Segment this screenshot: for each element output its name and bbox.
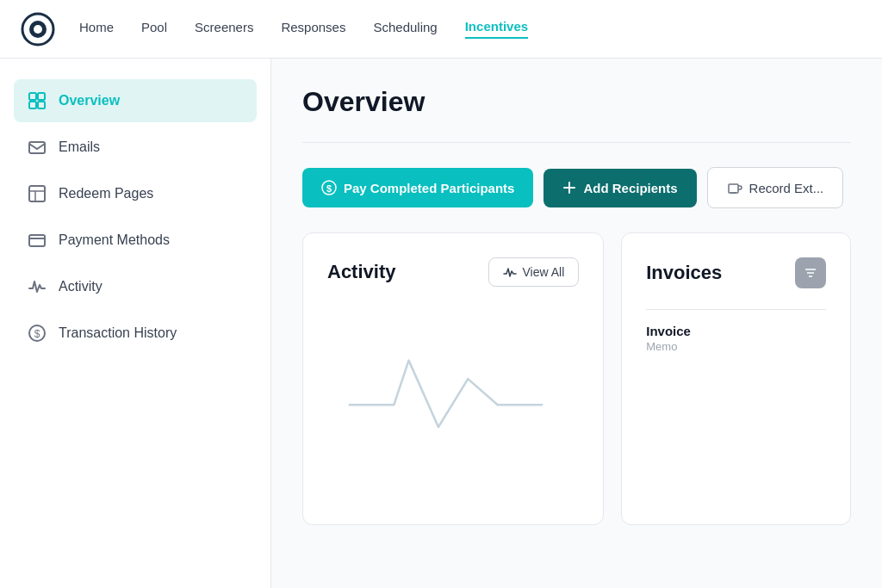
sidebar-item-payment-methods[interactable]: Payment Methods: [14, 219, 257, 262]
nav-home[interactable]: Home: [79, 20, 114, 38]
coffee-icon: [727, 180, 742, 195]
svg-text:$: $: [326, 183, 332, 194]
sidebar-item-emails[interactable]: Emails: [14, 126, 257, 169]
top-nav: Home Pool Screeners Responses Scheduling…: [0, 0, 882, 59]
plus-icon: [562, 181, 576, 195]
activity-card: Activity View All: [302, 232, 604, 525]
svg-rect-5: [29, 102, 36, 108]
sidebar-item-redeem-pages[interactable]: Redeem Pages: [14, 172, 257, 215]
action-buttons: $ Pay Completed Participants Add Recipie…: [302, 167, 851, 208]
card-icon: [28, 231, 47, 250]
svg-point-2: [34, 25, 42, 34]
view-all-label: View All: [522, 265, 564, 279]
add-recipients-label: Add Recipients: [583, 181, 677, 195]
dollar-button-icon: $: [321, 180, 337, 195]
sidebar-redeem-pages-label: Redeem Pages: [59, 186, 153, 201]
app-logo: [21, 12, 55, 46]
main-content: Overview $ Pay Completed Participants Ad…: [271, 59, 882, 588]
svg-rect-11: [29, 235, 45, 246]
nav-screeners[interactable]: Screeners: [195, 20, 253, 38]
dollar-icon: $: [28, 324, 47, 343]
sidebar-transaction-history-label: Transaction History: [59, 325, 177, 341]
sidebar-activity-label: Activity: [59, 279, 102, 294]
invoice-row: Invoice Memo: [646, 309, 826, 367]
activity-icon: [28, 277, 47, 296]
nav-links: Home Pool Screeners Responses Scheduling…: [79, 19, 528, 39]
view-all-button[interactable]: View All: [488, 257, 579, 287]
nav-incentives[interactable]: Incentives: [465, 19, 528, 39]
sidebar-emails-label: Emails: [59, 139, 100, 155]
invoices-card: Invoices Invoice Memo: [621, 232, 851, 525]
sidebar-item-overview[interactable]: Overview: [14, 79, 257, 122]
activity-chart-svg: [327, 321, 579, 459]
pay-button-label: Pay Completed Participants: [344, 181, 514, 195]
activity-chart: [327, 321, 579, 459]
record-ext-button[interactable]: Record Ext...: [707, 167, 844, 208]
svg-rect-8: [29, 186, 45, 201]
invoices-card-header: Invoices: [646, 257, 826, 288]
svg-rect-19: [729, 184, 738, 193]
cards-row: Activity View All: [302, 232, 851, 525]
invoice-filter-button[interactable]: [795, 257, 826, 288]
sidebar-overview-label: Overview: [59, 93, 120, 108]
sidebar: Overview Emails Redeem Pages: [0, 59, 271, 588]
record-ext-label: Record Ext...: [749, 181, 824, 195]
page-title: Overview: [302, 86, 851, 118]
nav-pool[interactable]: Pool: [141, 20, 167, 38]
table-icon: [28, 184, 47, 203]
nav-scheduling[interactable]: Scheduling: [373, 20, 437, 38]
mail-icon: [28, 138, 47, 157]
activity-small-icon: [503, 265, 517, 279]
grid-icon: [28, 91, 47, 110]
sidebar-payment-methods-label: Payment Methods: [59, 232, 170, 248]
svg-rect-6: [38, 102, 45, 108]
pay-completed-participants-button[interactable]: $ Pay Completed Participants: [302, 168, 533, 207]
activity-card-header: Activity View All: [327, 257, 579, 287]
activity-card-title: Activity: [327, 261, 395, 283]
invoices-card-title: Invoices: [646, 262, 722, 284]
svg-text:$: $: [34, 328, 40, 340]
add-recipients-button[interactable]: Add Recipients: [543, 169, 696, 207]
invoice-label: Invoice: [646, 324, 826, 338]
sidebar-item-activity[interactable]: Activity: [14, 265, 257, 308]
svg-rect-4: [38, 93, 45, 100]
nav-responses[interactable]: Responses: [281, 20, 345, 38]
main-layout: Overview Emails Redeem Pages: [0, 59, 882, 588]
svg-rect-7: [29, 142, 45, 153]
divider: [302, 142, 851, 143]
invoice-memo-label: Memo: [646, 340, 826, 353]
sidebar-item-transaction-history[interactable]: $ Transaction History: [14, 312, 257, 355]
filter-icon: [804, 266, 817, 280]
svg-rect-3: [29, 93, 36, 100]
